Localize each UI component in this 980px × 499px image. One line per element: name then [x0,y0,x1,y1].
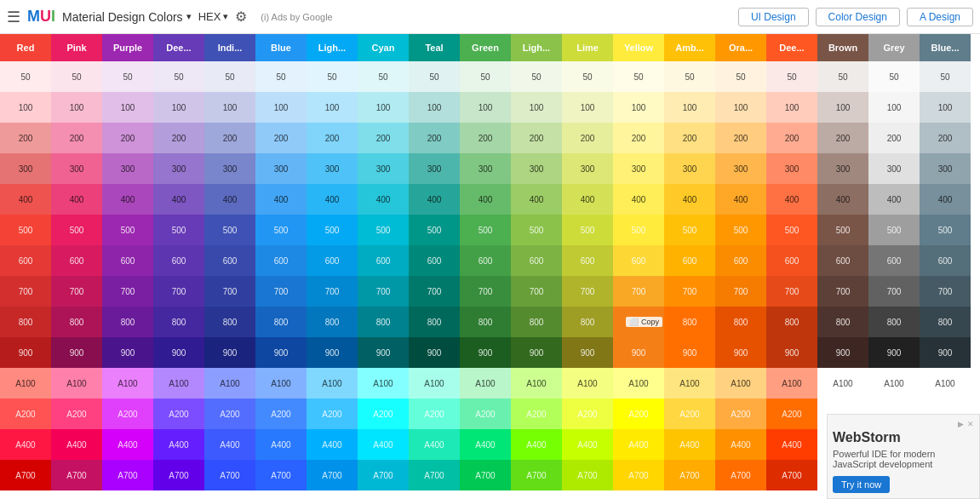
color-cell[interactable]: 800 [102,307,153,337]
color-cell[interactable]: 300 [664,153,715,184]
color-cell[interactable]: 600 [307,245,358,276]
color-cell[interactable]: 200 [153,123,204,153]
color-cell[interactable]: 600 [664,245,715,276]
color-cell[interactable]: A700 [51,460,102,490]
color-cell[interactable]: 100 [102,92,153,123]
color-cell[interactable]: 50 [204,61,255,92]
color-cell[interactable]: 900 [102,337,153,368]
color-cell[interactable]: 300 [51,153,102,184]
color-cell[interactable]: 50 [664,61,715,92]
color-cell[interactable]: 700 [868,276,920,307]
color-cell[interactable]: A400 [0,429,51,460]
color-cell[interactable]: 400 [255,184,307,215]
color-cell[interactable]: A400 [307,429,358,460]
color-cell[interactable]: 500 [920,215,971,245]
color-cell[interactable]: 300 [0,153,51,184]
color-cell[interactable]: 900 [51,337,102,368]
color-cell[interactable]: 300 [102,153,153,184]
color-cell[interactable]: 700 [358,276,409,307]
color-cell[interactable]: 100 [511,92,562,123]
color-cell[interactable]: 700 [766,276,817,307]
color-cell[interactable]: A200 [0,399,51,429]
color-cell[interactable]: 50 [868,61,920,92]
color-cell[interactable]: 100 [409,92,460,123]
color-cell[interactable]: 50 [613,61,664,92]
color-cell[interactable]: 700 [409,276,460,307]
color-cell[interactable]: A100 [307,368,358,399]
color-cell[interactable]: A200 [255,399,307,429]
color-cell[interactable]: A700 [715,460,766,490]
color-cell[interactable]: 200 [102,123,153,153]
color-cell[interactable]: 400 [766,184,817,215]
color-cell[interactable]: 100 [153,92,204,123]
color-cell[interactable]: A200 [562,399,613,429]
color-cell[interactable]: 700 [0,276,51,307]
color-cell[interactable]: 600 [817,245,868,276]
color-cell[interactable]: 600 [358,245,409,276]
color-cell[interactable]: 100 [0,92,51,123]
color-cell[interactable]: 100 [766,92,817,123]
color-cell[interactable]: 400 [817,184,868,215]
color-cell[interactable]: A200 [153,399,204,429]
color-cell[interactable]: A400 [766,429,817,460]
menu-icon[interactable]: ☰ [7,8,20,26]
color-cell[interactable]: 600 [204,245,255,276]
color-cell[interactable]: A200 [204,399,255,429]
color-cell[interactable]: 700 [715,276,766,307]
color-cell[interactable]: 500 [511,215,562,245]
color-cell[interactable]: 400 [868,184,920,215]
color-cell[interactable]: A100 [613,368,664,399]
hex-selector[interactable]: HEX ▾ [198,10,229,23]
color-cell[interactable]: 800⬜ Copy [613,307,664,337]
color-cell[interactable]: 200 [358,123,409,153]
color-cell[interactable]: 50 [102,61,153,92]
color-cell[interactable]: 700 [102,276,153,307]
color-cell[interactable]: 500 [664,215,715,245]
color-cell[interactable]: 900 [817,337,868,368]
color-cell[interactable]: 400 [409,184,460,215]
color-cell[interactable]: 700 [307,276,358,307]
color-cell[interactable]: 300 [511,153,562,184]
color-cell[interactable]: A200 [51,399,102,429]
color-cell[interactable]: A400 [664,429,715,460]
color-cell[interactable]: 100 [613,92,664,123]
color-cell[interactable]: 200 [51,123,102,153]
color-cell[interactable]: 800 [255,307,307,337]
color-cell[interactable]: A200 [460,399,511,429]
app-title[interactable]: Material Design Colors ▾ [62,10,192,24]
color-cell[interactable]: 500 [51,215,102,245]
color-cell[interactable]: 200 [307,123,358,153]
color-cell[interactable]: 900 [255,337,307,368]
color-cell[interactable]: A700 [358,460,409,490]
color-cell[interactable]: 700 [511,276,562,307]
color-cell[interactable]: A100 [255,368,307,399]
color-cell[interactable]: 300 [817,153,868,184]
color-cell[interactable]: 800 [153,307,204,337]
color-cell[interactable]: 600 [715,245,766,276]
color-cell[interactable]: 700 [817,276,868,307]
color-cell[interactable]: 800 [715,307,766,337]
color-cell[interactable]: 600 [0,245,51,276]
color-cell[interactable]: 400 [0,184,51,215]
color-cell[interactable]: 900 [153,337,204,368]
color-cell[interactable]: A700 [409,460,460,490]
color-cell[interactable]: 200 [920,123,971,153]
color-cell[interactable]: 200 [460,123,511,153]
color-cell[interactable]: 600 [920,245,971,276]
color-cell[interactable]: 800 [766,307,817,337]
color-cell[interactable]: 900 [715,337,766,368]
color-cell[interactable]: 600 [766,245,817,276]
color-cell[interactable]: 400 [358,184,409,215]
color-cell[interactable]: 900 [0,337,51,368]
color-cell[interactable]: A100 [562,368,613,399]
color-cell[interactable]: 100 [51,92,102,123]
color-cell[interactable]: 100 [920,92,971,123]
color-cell[interactable]: A200 [613,399,664,429]
color-cell[interactable]: 600 [51,245,102,276]
color-cell[interactable]: 400 [102,184,153,215]
color-cell[interactable]: 600 [868,245,920,276]
color-cell[interactable]: A100 [0,368,51,399]
color-cell[interactable]: 200 [817,123,868,153]
color-cell[interactable]: 50 [51,61,102,92]
color-cell[interactable]: 100 [868,92,920,123]
